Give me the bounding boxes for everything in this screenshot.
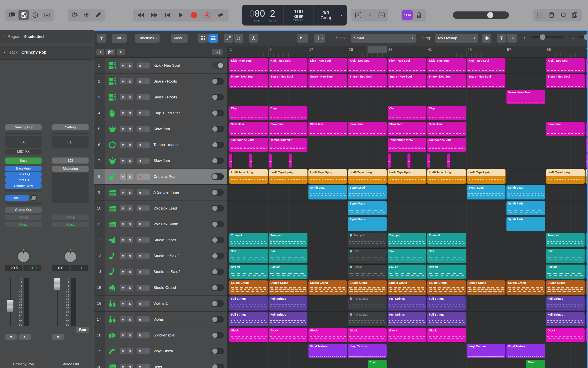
note-pads-icon[interactable] bbox=[546, 10, 557, 20]
output-button[interactable]: Stereo Out bbox=[5, 207, 42, 213]
count-in-button[interactable]: 1234 bbox=[402, 10, 413, 20]
pan-knob[interactable] bbox=[64, 250, 77, 263]
region[interactable]: Glock bbox=[585, 328, 588, 342]
track-solo-button[interactable]: S bbox=[127, 94, 133, 100]
region[interactable]: Glock bbox=[308, 328, 347, 342]
region[interactable]: Riser bbox=[368, 359, 387, 368]
track-mute-button[interactable]: M bbox=[120, 63, 127, 68]
cycle-icon[interactable] bbox=[215, 10, 226, 20]
horizontal-zoom-slider[interactable] bbox=[579, 36, 588, 38]
region[interactable]: Snare - Neo Soul bbox=[387, 74, 426, 89]
eq-thumbnail[interactable]: EQ bbox=[5, 136, 42, 148]
region[interactable]: Full Strings bbox=[229, 296, 268, 311]
bounce-button[interactable]: Bnc bbox=[76, 327, 89, 333]
track-mute-button[interactable]: M bbox=[120, 253, 127, 259]
group-button[interactable]: Group bbox=[5, 214, 42, 220]
region[interactable]: Riser bbox=[526, 359, 545, 368]
fast-forward-icon[interactable] bbox=[149, 10, 159, 20]
track-input-monitor-button[interactable]: I bbox=[143, 237, 150, 243]
track-input-monitor-button[interactable]: I bbox=[143, 126, 150, 132]
track-mute-button[interactable]: M bbox=[120, 142, 127, 148]
region[interactable] bbox=[447, 153, 450, 168]
region[interactable]: Tambourine Vinta bbox=[585, 138, 588, 152]
region[interactable]: Kick - Neo Soul bbox=[229, 58, 268, 73]
region[interactable]: Lo-Fi Tape Uprig bbox=[269, 169, 308, 184]
region[interactable]: Snare - Neo Soul bbox=[348, 74, 387, 89]
region[interactable] bbox=[407, 153, 411, 168]
track-row-1[interactable]: 1MSRIKick - Neo Soul bbox=[94, 58, 227, 74]
go-to-beginning-icon[interactable] bbox=[162, 10, 173, 20]
region[interactable]: Full Strings bbox=[229, 312, 268, 327]
track-solo-button[interactable]: S bbox=[127, 332, 133, 338]
loop-browser-icon[interactable] bbox=[558, 10, 569, 20]
volume-fader[interactable] bbox=[54, 278, 60, 326]
region[interactable]: Lo-Fi Tape Uprig bbox=[308, 169, 347, 184]
track-mute-button[interactable]: M bbox=[120, 332, 127, 338]
send-level-knob[interactable] bbox=[31, 195, 37, 201]
region[interactable]: Snare - Neo Soul bbox=[467, 74, 506, 89]
metronome-icon[interactable] bbox=[414, 10, 424, 20]
track-solo-button[interactable]: S bbox=[127, 269, 133, 275]
track-solo-button[interactable]: S bbox=[127, 205, 133, 211]
track-record-enable-button[interactable]: R bbox=[136, 285, 143, 291]
automation-mode-button[interactable]: Read bbox=[52, 222, 89, 227]
track-solo-button[interactable]: S bbox=[127, 158, 133, 164]
global-solo-button[interactable]: S bbox=[117, 49, 125, 55]
track-record-enable-button[interactable]: R bbox=[136, 364, 143, 368]
track-input-monitor-button[interactable]: I bbox=[143, 253, 150, 259]
track-on-off-toggle[interactable] bbox=[211, 285, 224, 291]
track-solo-button[interactable]: S bbox=[127, 364, 133, 368]
region[interactable]: Kick - Neo Soul bbox=[308, 58, 347, 73]
track-name[interactable]: Studio...mpet 1 bbox=[154, 238, 211, 242]
track-input-monitor-button[interactable]: I bbox=[143, 174, 150, 180]
inspector-toggle-icon[interactable] bbox=[18, 10, 29, 20]
track-input-monitor-button[interactable]: I bbox=[143, 158, 150, 164]
track-row-10[interactable]: 10MSRIVox Box Lead bbox=[94, 201, 227, 216]
track-name[interactable]: Studio...r Sax 2 bbox=[154, 254, 211, 258]
track-row-16[interactable]: 16MSRIViolins 1 bbox=[94, 296, 227, 312]
track-input-monitor-button[interactable]: I bbox=[143, 348, 150, 354]
region[interactable]: Sax bbox=[229, 248, 268, 263]
region[interactable]: Vinyl Texture bbox=[308, 344, 347, 358]
track-on-off-toggle[interactable] bbox=[211, 348, 224, 354]
track-record-enable-button[interactable]: R bbox=[136, 142, 143, 148]
track-on-off-toggle[interactable] bbox=[211, 110, 224, 116]
region[interactable]: Slow Jam bbox=[308, 121, 347, 136]
rewind-icon[interactable] bbox=[136, 10, 146, 20]
track-name[interactable]: Violins 1 bbox=[154, 301, 211, 306]
track-on-off-toggle[interactable] bbox=[211, 62, 224, 69]
vertical-zoom-thumb[interactable] bbox=[540, 34, 545, 40]
automation-icon[interactable] bbox=[224, 34, 233, 43]
track-row-15[interactable]: 15MSRIStudio Grand bbox=[94, 280, 227, 296]
track-row-19[interactable]: 19MSRIVinyl - Ibiza bbox=[94, 343, 227, 359]
region[interactable]: Synth Pads bbox=[348, 217, 387, 231]
track-on-off-toggle[interactable] bbox=[211, 173, 224, 180]
region[interactable]: Trumpet bbox=[546, 233, 585, 247]
region[interactable]: Clap bbox=[387, 106, 426, 120]
region[interactable]: Sax alt bbox=[387, 264, 426, 279]
region[interactable]: Snare - Neo Soul bbox=[506, 90, 545, 104]
track-list-view-icon[interactable] bbox=[208, 34, 218, 43]
secondary-tool[interactable]: ▾ bbox=[314, 34, 325, 43]
audio-fx-plugin-button[interactable]: Phat FX bbox=[5, 177, 42, 183]
track-solo-button[interactable]: S bbox=[127, 348, 133, 354]
region[interactable]: Synth Pads bbox=[348, 201, 387, 216]
track-on-off-toggle[interactable] bbox=[211, 94, 224, 101]
drag-select[interactable]: No Overlap▲▼ bbox=[435, 34, 478, 43]
mute-button[interactable]: M bbox=[52, 334, 64, 340]
horizontal-auto-zoom-icon[interactable] bbox=[507, 34, 517, 43]
track-mute-button[interactable]: M bbox=[120, 174, 127, 180]
region[interactable]: Full Strings bbox=[585, 296, 588, 311]
region[interactable]: Snare - Neo Soul bbox=[546, 74, 585, 89]
instrument-slot[interactable]: Bass bbox=[5, 157, 42, 164]
apple-loops-icon[interactable]: ♪ bbox=[570, 10, 580, 20]
region[interactable]: Lo-Fi Tape Uprig bbox=[546, 169, 585, 184]
region[interactable]: Sax bbox=[427, 248, 466, 263]
solo-mode-icon[interactable]: S bbox=[376, 10, 387, 20]
region[interactable]: Studio Grand bbox=[308, 280, 347, 295]
track-input-monitor-button[interactable]: I bbox=[143, 110, 150, 116]
duplicate-track-button[interactable] bbox=[106, 49, 115, 55]
playhead[interactable] bbox=[229, 46, 229, 368]
track-mute-button[interactable]: M bbox=[120, 237, 127, 243]
track-input-monitor-button[interactable]: I bbox=[143, 142, 150, 148]
